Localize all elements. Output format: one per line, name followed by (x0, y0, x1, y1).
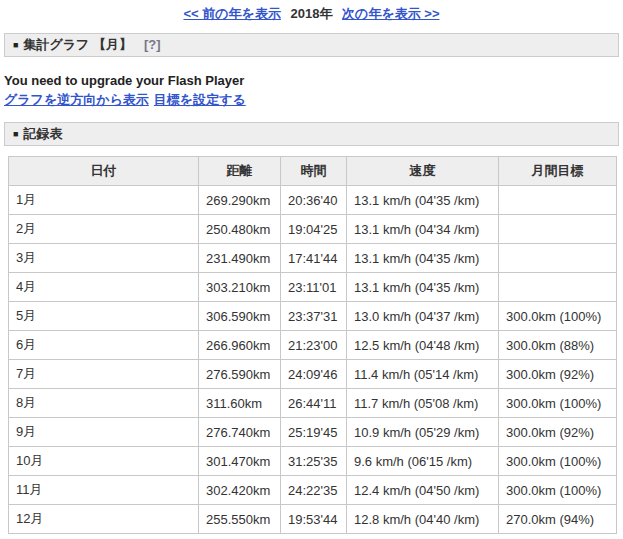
table-header-row: 日付距離時間速度月間目標 (9, 157, 617, 186)
month-cell: 7月 (9, 360, 199, 389)
table-row: 6月266.960km21:23'0012.5 km/h (04'48 /km)… (9, 331, 617, 360)
next-year-link[interactable]: 次の年を表示 >> (342, 6, 439, 21)
prev-year-link[interactable]: << 前の年を表示 (184, 6, 281, 21)
time-cell: 24:22'35 (281, 476, 347, 505)
column-header: 距離 (199, 157, 281, 186)
goal-cell: 300.0km (100%) (499, 447, 617, 476)
column-header: 速度 (347, 157, 499, 186)
distance-cell: 266.960km (199, 331, 281, 360)
goal-cell: 300.0km (92%) (499, 418, 617, 447)
distance-cell: 303.210km (199, 273, 281, 302)
speed-cell: 13.1 km/h (04'34 /km) (347, 215, 499, 244)
distance-cell: 231.490km (199, 244, 281, 273)
time-cell: 24:09'46 (281, 360, 347, 389)
speed-cell: 9.6 km/h (06'15 /km) (347, 447, 499, 476)
month-cell: 6月 (9, 331, 199, 360)
time-cell: 19:04'25 (281, 215, 347, 244)
distance-cell: 311.60km (199, 389, 281, 418)
time-cell: 20:36'40 (281, 186, 347, 215)
month-cell: 4月 (9, 273, 199, 302)
distance-cell: 269.290km (199, 186, 281, 215)
table-row: 7月276.590km24:09'4611.4 km/h (05'14 /km)… (9, 360, 617, 389)
section-bullet-icon: ■ (13, 129, 18, 139)
table-row: 4月303.210km23:11'0113.1 km/h (04'35 /km) (9, 273, 617, 302)
section-bullet-icon: ■ (13, 40, 18, 50)
time-cell: 31:25'35 (281, 447, 347, 476)
goal-cell: 270.0km (94%) (499, 505, 617, 534)
table-row: 3月231.490km17:41'4413.1 km/h (04'35 /km) (9, 244, 617, 273)
speed-cell: 12.4 km/h (04'50 /km) (347, 476, 499, 505)
time-cell: 26:44'11 (281, 389, 347, 418)
month-cell: 11月 (9, 476, 199, 505)
table-row: 2月250.480km19:04'2513.1 km/h (04'34 /km) (9, 215, 617, 244)
distance-cell: 306.590km (199, 302, 281, 331)
goal-cell: 300.0km (100%) (499, 302, 617, 331)
goal-cell: 300.0km (100%) (499, 389, 617, 418)
month-cell: 10月 (9, 447, 199, 476)
month-cell: 3月 (9, 244, 199, 273)
time-cell: 23:11'01 (281, 273, 347, 302)
help-link[interactable]: [?] (144, 37, 161, 52)
monthly-records-table: 日付距離時間速度月間目標 1月269.290km20:36'4013.1 km/… (8, 156, 617, 534)
speed-cell: 12.8 km/h (04'40 /km) (347, 505, 499, 534)
month-cell: 5月 (9, 302, 199, 331)
time-cell: 25:19'45 (281, 418, 347, 447)
summary-graph-title: 集計グラフ 【月】 (23, 37, 132, 52)
reverse-graph-link[interactable]: グラフを逆方向から表示 (4, 92, 149, 107)
distance-cell: 255.550km (199, 505, 281, 534)
set-goal-link[interactable]: 目標を設定する (154, 92, 246, 107)
distance-cell: 276.740km (199, 418, 281, 447)
goal-cell (499, 273, 617, 302)
goal-cell (499, 215, 617, 244)
table-row: 8月311.60km26:44'1111.7 km/h (05'08 /km)3… (9, 389, 617, 418)
table-row: 9月276.740km25:19'4510.9 km/h (05'29 /km)… (9, 418, 617, 447)
graph-options: グラフを逆方向から表示目標を設定する (4, 91, 623, 109)
month-cell: 8月 (9, 389, 199, 418)
goal-cell (499, 186, 617, 215)
current-year-label: 2018年 (291, 6, 333, 21)
column-header: 日付 (9, 157, 199, 186)
month-cell: 9月 (9, 418, 199, 447)
table-row: 5月306.590km23:37'3113.0 km/h (04'37 /km)… (9, 302, 617, 331)
goal-cell (499, 244, 617, 273)
year-navigation: << 前の年を表示 2018年 次の年を表示 >> (0, 0, 623, 23)
summary-graph-section-header: ■集計グラフ 【月】[?] (4, 33, 619, 57)
column-header: 月間目標 (499, 157, 617, 186)
table-row: 10月301.470km31:25'359.6 km/h (06'15 /km)… (9, 447, 617, 476)
time-cell: 17:41'44 (281, 244, 347, 273)
distance-cell: 301.470km (199, 447, 281, 476)
records-title: 記録表 (23, 126, 62, 141)
speed-cell: 13.1 km/h (04'35 /km) (347, 244, 499, 273)
flash-upgrade-message: You need to upgrade your Flash Player (4, 73, 623, 88)
time-cell: 19:53'44 (281, 505, 347, 534)
speed-cell: 10.9 km/h (05'29 /km) (347, 418, 499, 447)
distance-cell: 302.420km (199, 476, 281, 505)
speed-cell: 13.0 km/h (04'37 /km) (347, 302, 499, 331)
month-cell: 2月 (9, 215, 199, 244)
time-cell: 23:37'31 (281, 302, 347, 331)
distance-cell: 250.480km (199, 215, 281, 244)
table-row: 1月269.290km20:36'4013.1 km/h (04'35 /km) (9, 186, 617, 215)
goal-cell: 300.0km (100%) (499, 476, 617, 505)
table-row: 11月302.420km24:22'3512.4 km/h (04'50 /km… (9, 476, 617, 505)
month-cell: 12月 (9, 505, 199, 534)
speed-cell: 11.7 km/h (05'08 /km) (347, 389, 499, 418)
goal-cell: 300.0km (88%) (499, 331, 617, 360)
speed-cell: 11.4 km/h (05'14 /km) (347, 360, 499, 389)
time-cell: 21:23'00 (281, 331, 347, 360)
month-cell: 1月 (9, 186, 199, 215)
goal-cell: 300.0km (92%) (499, 360, 617, 389)
speed-cell: 12.5 km/h (04'48 /km) (347, 331, 499, 360)
table-row: 12月255.550km19:53'4412.8 km/h (04'40 /km… (9, 505, 617, 534)
speed-cell: 13.1 km/h (04'35 /km) (347, 273, 499, 302)
records-section-header: ■記録表 (4, 122, 619, 146)
distance-cell: 276.590km (199, 360, 281, 389)
speed-cell: 13.1 km/h (04'35 /km) (347, 186, 499, 215)
column-header: 時間 (281, 157, 347, 186)
